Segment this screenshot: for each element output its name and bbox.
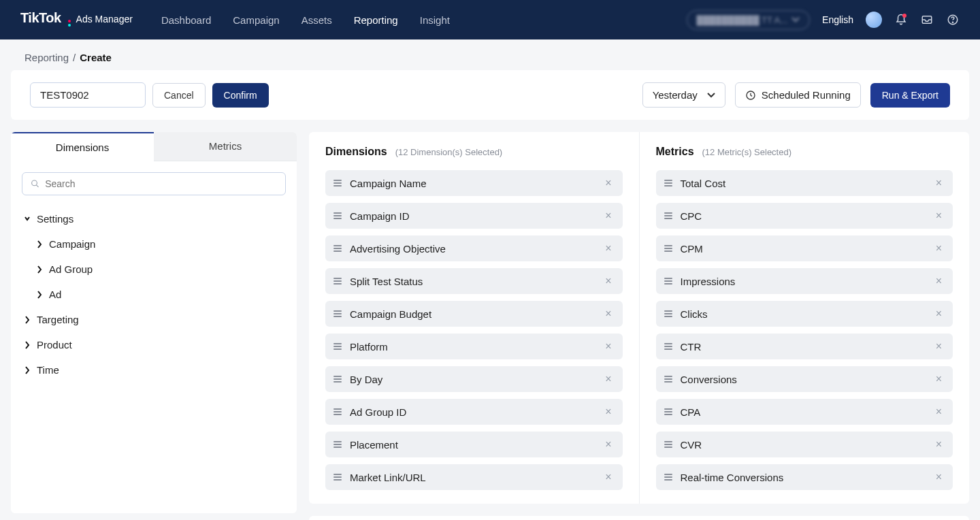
tree-adgroup[interactable]: Ad Group xyxy=(29,257,291,282)
tab-metrics[interactable]: Metrics xyxy=(154,132,297,161)
remove-chip-icon[interactable]: × xyxy=(933,340,945,353)
drag-handle-icon[interactable] xyxy=(333,472,342,482)
name-confirm-button[interactable]: Confirm xyxy=(212,83,269,108)
remove-chip-icon[interactable]: × xyxy=(933,275,945,287)
drag-handle-icon[interactable] xyxy=(333,244,342,253)
drag-handle-icon[interactable] xyxy=(664,276,672,286)
dimensions-chip[interactable]: Platform× xyxy=(325,334,623,359)
scheduled-running-button[interactable]: Scheduled Running xyxy=(735,82,861,108)
drag-handle-icon[interactable] xyxy=(333,211,342,221)
drag-handle-icon[interactable] xyxy=(664,211,672,221)
metrics-chip[interactable]: Impressions× xyxy=(656,268,953,294)
breadcrumb-parent[interactable]: Reporting xyxy=(24,52,69,63)
toolbar-right: Yesterday Scheduled Running Run & Export xyxy=(642,82,950,108)
remove-chip-icon[interactable]: × xyxy=(602,177,614,189)
remove-chip-icon[interactable]: × xyxy=(933,471,945,483)
search-input[interactable] xyxy=(45,178,277,189)
tree-settings[interactable]: Settings xyxy=(16,206,291,231)
remove-chip-icon[interactable]: × xyxy=(602,406,614,418)
tree-product[interactable]: Product xyxy=(16,332,291,357)
drag-handle-icon[interactable] xyxy=(333,440,342,449)
remove-chip-icon[interactable]: × xyxy=(933,308,945,320)
language-switcher[interactable]: English xyxy=(822,14,853,25)
metrics-chip-label: Real-time Conversions xyxy=(681,472,925,483)
drag-handle-icon[interactable] xyxy=(333,342,342,351)
remove-chip-icon[interactable]: × xyxy=(602,210,614,222)
primary-nav: Dashboard Campaign Assets Reporting Insi… xyxy=(160,12,451,29)
drag-handle-icon[interactable] xyxy=(664,374,672,384)
metrics-chip[interactable]: CPA× xyxy=(656,399,953,425)
metrics-chip[interactable]: Clicks× xyxy=(656,301,953,327)
metrics-chip[interactable]: Conversions× xyxy=(656,366,953,392)
bell-icon[interactable] xyxy=(894,13,908,27)
report-name-input[interactable] xyxy=(30,82,146,108)
remove-chip-icon[interactable]: × xyxy=(602,373,614,385)
dimensions-chip[interactable]: Ad Group ID× xyxy=(325,399,623,425)
metrics-chip[interactable]: Real-time Conversions× xyxy=(656,464,953,490)
dimensions-chip[interactable]: By Day× xyxy=(325,366,623,392)
metrics-chip[interactable]: CTR× xyxy=(656,334,953,359)
metrics-chip-label: Conversions xyxy=(681,374,925,385)
chevron-down-icon xyxy=(707,93,715,98)
tree-time[interactable]: Time xyxy=(16,357,291,383)
drag-handle-icon[interactable] xyxy=(664,342,672,351)
drag-handle-icon[interactable] xyxy=(664,244,672,253)
tree-ad[interactable]: Ad xyxy=(29,282,291,307)
drag-handle-icon[interactable] xyxy=(664,407,672,417)
tab-dimensions[interactable]: Dimensions xyxy=(11,132,154,161)
nav-dashboard[interactable]: Dashboard xyxy=(160,12,212,29)
dimensions-chip[interactable]: Advertising Objective× xyxy=(325,235,623,261)
inbox-icon[interactable] xyxy=(920,13,934,27)
drag-handle-icon[interactable] xyxy=(333,309,342,319)
drag-handle-icon[interactable] xyxy=(333,178,342,188)
help-icon[interactable] xyxy=(946,13,960,27)
remove-chip-icon[interactable]: × xyxy=(602,308,614,320)
remove-chip-icon[interactable]: × xyxy=(933,373,945,385)
remove-chip-icon[interactable]: × xyxy=(602,242,614,255)
remove-chip-icon[interactable]: × xyxy=(602,471,614,483)
drag-handle-icon[interactable] xyxy=(333,276,342,286)
drag-handle-icon[interactable] xyxy=(664,472,672,482)
drag-handle-icon[interactable] xyxy=(333,374,342,384)
remove-chip-icon[interactable]: × xyxy=(933,177,945,189)
remove-chip-icon[interactable]: × xyxy=(602,340,614,353)
nav-campaign[interactable]: Campaign xyxy=(231,12,280,29)
search-wrap xyxy=(11,161,297,201)
remove-chip-icon[interactable]: × xyxy=(933,242,945,255)
name-cancel-button[interactable]: Cancel xyxy=(152,83,206,108)
nav-assets[interactable]: Assets xyxy=(300,12,333,29)
remove-chip-icon[interactable]: × xyxy=(602,275,614,287)
date-range-select[interactable]: Yesterday xyxy=(642,82,725,108)
remove-chip-icon[interactable]: × xyxy=(933,210,945,222)
run-export-button[interactable]: Run & Export xyxy=(870,83,950,108)
dimensions-chip[interactable]: Campaign ID× xyxy=(325,203,623,229)
remove-chip-icon[interactable]: × xyxy=(602,438,614,451)
remove-chip-icon[interactable]: × xyxy=(933,438,945,451)
drag-handle-icon[interactable] xyxy=(664,440,672,449)
metrics-chip[interactable]: CPM× xyxy=(656,235,953,261)
drag-handle-icon[interactable] xyxy=(333,407,342,417)
tree-campaign[interactable]: Campaign xyxy=(29,231,291,257)
nav-reporting[interactable]: Reporting xyxy=(353,12,399,29)
brand-dots-icon xyxy=(68,20,71,22)
metrics-chip[interactable]: Total Cost× xyxy=(656,170,953,196)
avatar[interactable] xyxy=(866,12,882,28)
remove-chip-icon[interactable]: × xyxy=(933,406,945,418)
drag-handle-icon[interactable] xyxy=(664,178,672,188)
metrics-chip[interactable]: CVR× xyxy=(656,432,953,457)
search-field[interactable] xyxy=(22,172,286,195)
center-column: Dimensions (12 Dimension(s) Selected) Ca… xyxy=(309,132,969,520)
dimensions-chip[interactable]: Split Test Status× xyxy=(325,268,623,294)
dimensions-chip[interactable]: Market Link/URL× xyxy=(325,464,623,490)
drag-handle-icon[interactable] xyxy=(664,309,672,319)
dimensions-chip[interactable]: Campaign Budget× xyxy=(325,301,623,327)
nav-insight[interactable]: Insight xyxy=(419,12,451,29)
account-label: ██████████ TT A... xyxy=(697,15,788,25)
dimensions-chip[interactable]: Placement× xyxy=(325,432,623,457)
header-right: ██████████ TT A... English xyxy=(687,10,960,30)
brand-sub: Ads Manager xyxy=(76,14,133,25)
account-switcher[interactable]: ██████████ TT A... xyxy=(687,10,811,30)
metrics-chip[interactable]: CPC× xyxy=(656,203,953,229)
dimensions-chip[interactable]: Campaign Name× xyxy=(325,170,623,196)
tree-targeting[interactable]: Targeting xyxy=(16,307,291,332)
